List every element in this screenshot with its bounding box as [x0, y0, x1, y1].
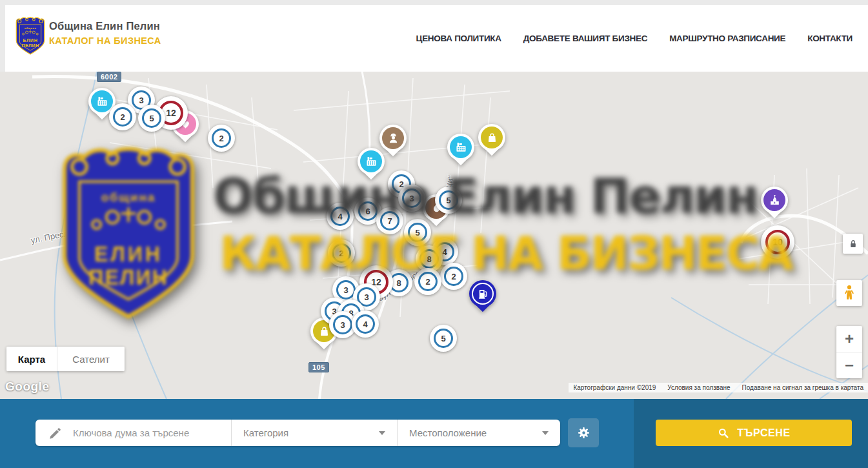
cluster-count: 7 [380, 211, 399, 230]
location-dropdown-label: Местоположение [409, 427, 487, 438]
business-catalog-page: община ЕЛИН ПЕЛИН Община Елин Пелин КАТА… [0, 0, 868, 468]
lock-control-button[interactable] [843, 234, 863, 254]
svg-text:ЕЛИН: ЕЛИН [23, 38, 37, 43]
attribution-report-error-link[interactable]: Подаване на сигнал за грешка в картата [742, 384, 863, 391]
map-cluster-marker[interactable]: 5 [404, 219, 431, 246]
municipality-coat-of-arms-logo[interactable]: община ЕЛИН ПЕЛИН [14, 15, 46, 57]
cluster-count: 3 [402, 188, 421, 208]
pin-body [478, 124, 505, 151]
map-cluster-marker[interactable]: 3 [398, 185, 425, 212]
site-title-catalog: КАТАЛОГ НА БИЗНЕСА [49, 35, 161, 46]
padlock-icon [847, 238, 859, 250]
map-cluster-marker[interactable]: 5 [138, 105, 165, 132]
nav-route-schedule[interactable]: МАРШРУТНО РАЗПИСАНИЕ [669, 34, 785, 43]
pin-body [447, 134, 474, 161]
map-cluster-marker[interactable]: 2 [109, 103, 136, 130]
street-view-pegman-button[interactable] [836, 280, 862, 306]
keyword-field [35, 420, 231, 446]
map-type-control: Карта Сателит [6, 347, 125, 371]
cluster-count: 3 [333, 315, 352, 334]
map-pin-church[interactable] [761, 187, 788, 223]
site-title-municipality: Община Елин Пелин [49, 19, 161, 33]
map-cluster-marker[interactable]: 7 [376, 207, 403, 234]
attribution-copyright: Картографски данни ©2019 [573, 384, 656, 391]
cluster-count: 4 [356, 314, 375, 334]
cluster-count: 2 [418, 272, 438, 291]
pin-body [358, 148, 385, 175]
zoom-in-button[interactable]: + [836, 326, 862, 352]
cluster-count: 2 [332, 243, 351, 263]
map-markers-layer: 312252235647510428228123338345 [0, 72, 868, 399]
map-cluster-marker[interactable]: 4 [327, 203, 354, 230]
search-fields-group: Категория Местоположение [35, 420, 560, 446]
svg-text:ПЕЛИН: ПЕЛИН [21, 43, 39, 48]
header: община ЕЛИН ПЕЛИН Община Елин Пелин КАТА… [0, 0, 868, 72]
map-cluster-marker[interactable]: 2 [440, 263, 467, 290]
cluster-count: 5 [434, 329, 453, 348]
fuel-icon [472, 283, 494, 305]
zoom-out-button[interactable]: − [836, 352, 862, 378]
factory-icon [360, 150, 382, 172]
google-logo[interactable]: Google [5, 380, 49, 394]
chevron-down-icon [542, 431, 549, 435]
cluster-count: 4 [330, 207, 350, 226]
category-dropdown-label: Категория [243, 427, 288, 438]
cluster-count: 5 [408, 223, 427, 242]
pencil-icon [48, 426, 63, 440]
search-bar: Категория Местоположение [0, 399, 868, 468]
map-cluster-marker[interactable]: 4 [352, 310, 379, 338]
church-icon [763, 189, 785, 211]
cluster-count: 5 [439, 190, 458, 210]
search-submit-label: ТЪРСЕНЕ [737, 427, 791, 439]
map-cluster-marker[interactable]: 2 [328, 239, 355, 267]
map-pin-fuel[interactable] [469, 280, 496, 316]
shield-icon: община ЕЛИН ПЕЛИН [14, 15, 46, 57]
map-pin-factory[interactable] [447, 134, 474, 170]
location-dropdown[interactable]: Местоположение [397, 420, 560, 446]
pin-body [761, 187, 788, 214]
satellite-view-button[interactable]: Сателит [57, 347, 125, 371]
factory-icon [91, 90, 113, 112]
cluster-count: 2 [113, 107, 132, 127]
nav-pricing-policy[interactable]: ЦЕНОВА ПОЛИТИКА [416, 34, 501, 43]
map-cluster-marker[interactable]: 2 [414, 268, 441, 295]
page-top-edge [0, 0, 868, 5]
map-pin-bag[interactable] [478, 124, 505, 160]
attribution-terms-link[interactable]: Условия за ползване [667, 384, 730, 391]
factory-icon [450, 136, 472, 158]
map-cluster-marker[interactable]: 10 [761, 225, 794, 259]
worker-icon [382, 127, 404, 149]
site-title[interactable]: Община Елин Пелин КАТАЛОГ НА БИЗНЕСА [49, 19, 161, 46]
cluster-count: 2 [212, 128, 231, 148]
map-cluster-marker[interactable]: 5 [430, 325, 457, 352]
page-left-edge [0, 0, 5, 72]
map-cluster-marker[interactable]: 5 [435, 187, 462, 214]
map-cluster-marker[interactable]: 2 [208, 125, 235, 152]
cluster-count: 5 [142, 108, 161, 128]
search-submit-button[interactable]: ТЪРСЕНЕ [656, 420, 852, 446]
category-dropdown[interactable]: Категория [231, 420, 397, 446]
map-attribution: Картографски данни ©2019 Условия за полз… [569, 383, 868, 392]
cluster-count: 2 [444, 267, 463, 286]
pegman-icon [841, 283, 858, 303]
cluster-count: 8 [419, 249, 439, 269]
pin-body [469, 280, 496, 307]
cluster-count: 10 [765, 230, 790, 254]
advanced-search-settings-button[interactable] [568, 418, 599, 447]
gear-icon [576, 425, 591, 440]
google-map[interactable]: 6002105ул. Преславбул. „Новоселци“ци“ [0, 72, 868, 399]
search-icon [717, 427, 730, 440]
nav-add-your-business[interactable]: ДОБАВЕТЕ ВАШИЯТ БИЗНЕС [523, 34, 647, 43]
bag-icon [481, 127, 503, 148]
zoom-control: + − [836, 326, 862, 378]
main-nav: ЦЕНОВА ПОЛИТИКА ДОБАВЕТЕ ВАШИЯТ БИЗНЕС М… [416, 5, 853, 72]
keyword-search-input[interactable] [72, 427, 231, 439]
chevron-down-icon [379, 431, 385, 435]
svg-text:община: община [25, 26, 37, 30]
map-pin-factory[interactable] [358, 148, 385, 184]
nav-contacts[interactable]: КОНТАКТИ [807, 34, 853, 43]
map-view-button[interactable]: Карта [6, 347, 57, 371]
cluster-count: 6 [358, 201, 378, 221]
